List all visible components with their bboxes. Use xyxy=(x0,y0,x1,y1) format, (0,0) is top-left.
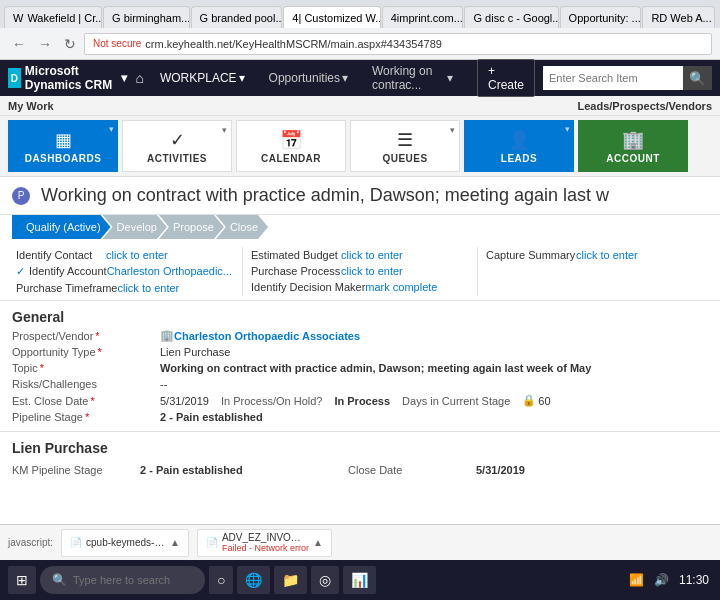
tab-label-5: 4imprint.com... xyxy=(391,12,463,24)
nav-opportunities[interactable]: Opportunities ▾ xyxy=(261,60,356,96)
reload-button[interactable]: ↻ xyxy=(60,34,80,54)
tab-label-8: RD Web A... xyxy=(651,12,711,24)
create-button[interactable]: + Create xyxy=(477,59,535,97)
tab-2[interactable]: G birmingham... × xyxy=(103,6,190,28)
lien-grid: KM Pipeline Stage 2 - Pain established C… xyxy=(12,464,708,476)
tile-calendar[interactable]: 📅 CALENDAR xyxy=(236,120,346,172)
taskbar: ⊞ 🔍 ○ 🌐 📁 ◎ 📊 📶 🔊 11:30 xyxy=(0,560,720,600)
pipeline-stage-qualify[interactable]: Qualify (Active) xyxy=(12,215,111,239)
download-chevron-1[interactable]: ▲ xyxy=(170,537,180,548)
crm-logo[interactable]: D Microsoft Dynamics CRM ▾ xyxy=(8,64,127,92)
search-icon: 🔍 xyxy=(52,573,67,587)
chrome-icon: ◎ xyxy=(319,572,331,588)
download-chevron-2[interactable]: ▲ xyxy=(313,537,323,548)
stage-value-estimated-budget[interactable]: click to enter xyxy=(341,249,403,261)
search-button[interactable]: 🔍 xyxy=(683,66,712,90)
tab-1[interactable]: W Wakefield | Cr... × xyxy=(4,6,102,28)
queues-label: QUEUES xyxy=(382,153,427,164)
download-item-2[interactable]: 📄 ADV_EZ_INVOICE_....pdf Failed - Networ… xyxy=(197,529,332,557)
tab-8[interactable]: RD Web A... × xyxy=(642,6,715,28)
taskbar-chrome[interactable]: ◎ xyxy=(311,566,339,594)
tab-3[interactable]: G branded pool... × xyxy=(191,6,283,28)
browser-toolbar: ← → ↻ Not secure crm.keyhealth.net/KeyHe… xyxy=(0,28,720,60)
stage-value-identify-account[interactable]: Charleston Orthopaedic... xyxy=(107,265,232,278)
crm-home-icon[interactable]: ⌂ xyxy=(135,70,143,86)
stage-value-purchase-process[interactable]: click to enter xyxy=(341,265,403,277)
leads-arrow: ▾ xyxy=(565,124,570,134)
stage-col-1: Identify Contact click to enter ✓Identif… xyxy=(12,247,238,296)
taskbar-excel[interactable]: 📊 xyxy=(343,566,376,594)
download-bar: javascript: 📄 cpub-keymeds-Re...rdp ▲ 📄 … xyxy=(0,524,720,560)
search-bar[interactable]: 🔍 xyxy=(543,66,712,90)
pipeline-stage-required: * xyxy=(85,411,89,423)
page-title-bar: P Working on contract with practice admi… xyxy=(0,177,720,215)
in-process-value: In Process xyxy=(334,395,390,407)
tile-accounts[interactable]: 🏢 ACCOUNT xyxy=(578,120,688,172)
taskbar-search-input[interactable] xyxy=(73,574,193,586)
tab-5[interactable]: 4imprint.com... × xyxy=(382,6,464,28)
search-input[interactable] xyxy=(543,66,683,90)
sound-icon: 🔊 xyxy=(651,573,672,587)
prospect-required: * xyxy=(95,330,99,342)
prospect-value[interactable]: 🏢 Charleston Orthopaedic Associates xyxy=(160,329,708,342)
close-date-label: Est. Close Date* xyxy=(12,394,152,407)
back-button[interactable]: ← xyxy=(8,34,30,54)
tiles-row: ▦ DASHBOARDS ▾ ✓ ACTIVITIES ▾ 📅 CALENDAR… xyxy=(0,116,720,177)
dashboards-icon: ▦ xyxy=(55,129,72,151)
taskbar-windows[interactable]: ⊞ xyxy=(8,566,36,594)
tile-activities[interactable]: ✓ ACTIVITIES ▾ xyxy=(122,120,232,172)
pipeline-stage-propose[interactable]: Propose xyxy=(159,215,224,239)
dashboards-arrow: ▾ xyxy=(109,124,114,134)
lien-close-date-label: Close Date xyxy=(348,464,468,476)
taskbar-search[interactable]: 🔍 xyxy=(40,566,205,594)
nav-working[interactable]: Working on contrac... ▾ xyxy=(364,60,461,96)
pipeline-stage-develop[interactable]: Develop xyxy=(103,215,167,239)
url-bar[interactable]: Not secure crm.keyhealth.net/KeyHealthMS… xyxy=(84,33,712,55)
nav-workplace-label: WORKPLACE xyxy=(160,71,237,85)
tab-label-7: Opportunity: ... xyxy=(569,12,641,24)
forward-button[interactable]: → xyxy=(34,34,56,54)
risks-value: -- xyxy=(160,378,708,390)
calendar-label: CALENDAR xyxy=(261,153,321,164)
page-title-text: Working on contract with practice admin,… xyxy=(41,185,609,205)
general-section-header: General xyxy=(0,301,720,329)
topic-value: Working on contract with practice admin,… xyxy=(160,362,708,374)
stage-value-identify-contact[interactable]: click to enter xyxy=(106,249,168,261)
stage-col-3: Capture Summary click to enter xyxy=(482,247,708,296)
tab-6[interactable]: G disc c - Googl... × xyxy=(464,6,558,28)
opportunity-type-value: Lien Purchase xyxy=(160,346,708,358)
download-icon-2: 📄 xyxy=(206,537,218,548)
download-item-1[interactable]: 📄 cpub-keymeds-Re...rdp ▲ xyxy=(61,529,189,557)
calendar-icon: 📅 xyxy=(280,129,302,151)
crm-logo-chevron: ▾ xyxy=(121,71,127,85)
crm-header: D Microsoft Dynamics CRM ▾ ⌂ WORKPLACE ▾… xyxy=(0,60,720,96)
stage-row-1-3: Purchase Timeframe click to enter xyxy=(16,280,234,296)
lock-icon: 🔒 xyxy=(522,394,536,407)
nav-workplace[interactable]: WORKPLACE ▾ xyxy=(152,60,253,96)
stage-row-2-2: Purchase Process click to enter xyxy=(251,263,469,279)
lien-close-date-value: 5/31/2019 xyxy=(476,464,596,476)
stage-value-identify-decision-maker[interactable]: mark complete xyxy=(365,281,437,293)
download-status-2: Failed - Network error xyxy=(222,543,309,553)
taskbar-right: 📶 🔊 11:30 xyxy=(626,573,712,587)
prospect-label: Prospect/Vendor* xyxy=(12,329,152,342)
javascript-label: javascript: xyxy=(8,537,53,548)
tile-dashboards[interactable]: ▦ DASHBOARDS ▾ xyxy=(8,120,118,172)
tab-4[interactable]: 4| Customized W... × xyxy=(283,6,380,28)
tile-queues[interactable]: ☰ QUEUES ▾ xyxy=(350,120,460,172)
tile-leads[interactable]: 👤 LEADS ▾ xyxy=(464,120,574,172)
activities-label: ACTIVITIES xyxy=(147,153,207,164)
general-fields: Prospect/Vendor* 🏢 Charleston Orthopaedi… xyxy=(0,329,720,432)
taskbar-cortana[interactable]: ○ xyxy=(209,566,233,594)
network-icon: 📶 xyxy=(626,573,647,587)
windows-icon: ⊞ xyxy=(16,572,28,588)
taskbar-edge[interactable]: 🌐 xyxy=(237,566,270,594)
stage-value-capture-summary[interactable]: click to enter xyxy=(576,249,638,261)
stage-label-purchase-process: Purchase Process xyxy=(251,265,341,277)
tab-7[interactable]: Opportunity: ... × xyxy=(560,6,642,28)
nav-opportunities-chevron: ▾ xyxy=(342,71,348,85)
stage-row-1-2: ✓Identify Account Charleston Orthopaedic… xyxy=(16,263,234,280)
stage-value-purchase-timeframe[interactable]: click to enter xyxy=(117,282,179,294)
page-title-icon: P xyxy=(12,187,30,205)
taskbar-file-explorer[interactable]: 📁 xyxy=(274,566,307,594)
